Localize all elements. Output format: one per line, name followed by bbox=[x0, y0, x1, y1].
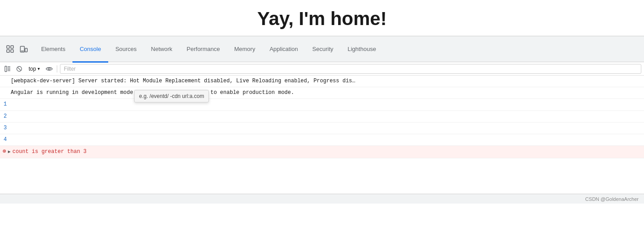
console-line-numbered: 2 bbox=[0, 111, 644, 123]
console-toolbar: top ▾ bbox=[0, 62, 644, 76]
context-dropdown[interactable]: top ▾ bbox=[26, 65, 42, 73]
svg-rect-7 bbox=[5, 66, 7, 72]
tab-lighthouse[interactable]: Lighthouse bbox=[340, 37, 383, 63]
tab-network[interactable]: Network bbox=[144, 37, 180, 63]
page-title: Yay, I'm home! bbox=[0, 8, 644, 30]
inspect-element-icon[interactable] bbox=[5, 44, 15, 54]
svg-rect-3 bbox=[11, 50, 13, 52]
console-line: Angular is running in development mode. … bbox=[0, 87, 644, 99]
devtools-panel: Elements Console Sources Network Perform… bbox=[0, 36, 644, 204]
clear-console-button[interactable] bbox=[14, 64, 24, 74]
console-output: e.g. /eventd/ -cdn url:a.com [webpack-de… bbox=[0, 76, 644, 194]
tab-application[interactable]: Application bbox=[263, 37, 305, 63]
tab-elements[interactable]: Elements bbox=[34, 37, 72, 63]
tab-performance[interactable]: Performance bbox=[179, 37, 227, 63]
device-toggle-icon[interactable] bbox=[19, 44, 29, 54]
tab-bar: Elements Console Sources Network Perform… bbox=[0, 36, 644, 62]
console-line-numbered: 4 bbox=[0, 134, 644, 146]
error-icon: ⊗ bbox=[3, 147, 6, 157]
chevron-down-icon: ▾ bbox=[38, 66, 40, 71]
tab-security[interactable]: Security bbox=[305, 37, 340, 63]
sidebar-toggle-button[interactable] bbox=[3, 64, 13, 74]
devtools-icons bbox=[2, 44, 32, 54]
filter-tooltip: e.g. /eventd/ -cdn url:a.com bbox=[134, 90, 209, 102]
console-line: [webpack-dev-server] Server started: Hot… bbox=[0, 76, 644, 87]
svg-line-13 bbox=[18, 67, 21, 70]
toolbar-separator bbox=[57, 65, 57, 72]
svg-rect-5 bbox=[25, 48, 27, 52]
svg-rect-0 bbox=[7, 46, 9, 48]
tab-console[interactable]: Console bbox=[72, 37, 108, 63]
devtools-footer: CSDN @GoldenaArcher bbox=[0, 194, 644, 204]
page-header: Yay, I'm home! bbox=[0, 0, 644, 36]
console-error-line: ⊗ ▶ count is greater than 3 bbox=[0, 146, 644, 158]
filter-input[interactable] bbox=[60, 64, 641, 74]
svg-point-14 bbox=[48, 68, 50, 69]
svg-rect-2 bbox=[11, 46, 13, 48]
live-expressions-button[interactable] bbox=[44, 64, 54, 74]
expand-error-icon[interactable]: ▶ bbox=[8, 149, 11, 156]
console-line-numbered: 1 bbox=[0, 99, 644, 110]
tab-memory[interactable]: Memory bbox=[227, 37, 263, 63]
console-line-numbered: 3 bbox=[0, 123, 644, 134]
tab-sources[interactable]: Sources bbox=[108, 37, 144, 63]
svg-rect-1 bbox=[7, 50, 9, 52]
